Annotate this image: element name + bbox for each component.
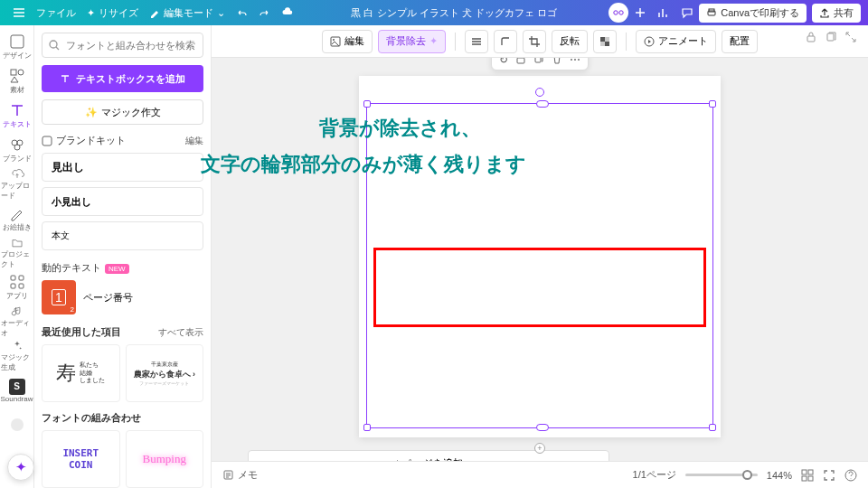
ctx-lines-button[interactable]	[465, 30, 488, 53]
svg-point-6	[18, 70, 24, 75]
add-page-button[interactable]: + ページを追加	[248, 450, 609, 461]
body-button[interactable]: 本文	[42, 221, 203, 250]
dynamic-text-label: 動的テキスト	[42, 262, 101, 273]
ctx-position-button[interactable]: 配置	[722, 30, 758, 53]
svg-rect-16	[42, 136, 52, 145]
svg-point-9	[14, 145, 20, 150]
svg-rect-4	[11, 35, 24, 48]
svg-rect-29	[802, 470, 807, 474]
memo-button[interactable]: メモ	[222, 468, 258, 482]
rail-audio[interactable]: オーディオ	[1, 305, 33, 338]
svg-point-15	[50, 41, 57, 48]
svg-rect-10	[11, 276, 15, 280]
new-badge: NEW	[105, 264, 129, 274]
analytics-button[interactable]	[652, 2, 675, 23]
comment-button[interactable]	[675, 2, 699, 23]
combo-thumb-1[interactable]: INSERT COIN	[42, 430, 120, 488]
edit-mode-label: 編集モード	[164, 6, 213, 20]
brandkit-label: ブランドキット	[56, 134, 126, 147]
combo-thumb-2[interactable]: Bumping	[126, 430, 204, 488]
tool-delete-icon[interactable]	[552, 58, 562, 66]
ctx-flip-button[interactable]: 反転	[552, 30, 588, 53]
svg-point-0	[614, 11, 618, 14]
page-counter[interactable]: 1/1ページ	[633, 468, 676, 482]
page-copy-icon[interactable]	[825, 31, 837, 43]
tool-more-icon[interactable]: ⋯	[570, 58, 580, 66]
search-input[interactable]	[42, 33, 203, 58]
fullscreen-button[interactable]	[823, 469, 835, 482]
share-button[interactable]: 共有	[812, 4, 861, 23]
zoom-value[interactable]: 144%	[767, 470, 792, 481]
svg-rect-22	[600, 42, 605, 46]
add-textbox-button[interactable]: テキストボックスを追加	[42, 65, 203, 92]
ctx-transparency-button[interactable]	[593, 30, 617, 53]
file-menu[interactable]: ファイル	[31, 2, 81, 23]
canva-assistant-button[interactable]	[609, 3, 628, 23]
page-number-label: ページ番号	[83, 291, 133, 305]
add-below-button[interactable]: +	[534, 443, 545, 454]
edit-mode-menu[interactable]: 編集モード⌄	[144, 2, 231, 23]
search-icon	[48, 39, 61, 52]
ctx-corner-button[interactable]	[494, 30, 517, 53]
page-number-thumb: 12	[42, 280, 76, 314]
document-title[interactable]: 黒 白 シンプル イラスト 犬 ドッグカフェ ロゴ	[351, 6, 556, 20]
rail-upload[interactable]: アップロード	[1, 168, 33, 201]
undo-button[interactable]	[231, 2, 253, 23]
rail-elements[interactable]: 素材	[1, 65, 33, 98]
svg-rect-24	[807, 36, 815, 42]
svg-rect-21	[605, 37, 609, 42]
svg-point-1	[619, 11, 623, 14]
heading-button[interactable]: 見出し	[42, 153, 203, 182]
svg-point-18	[333, 39, 335, 41]
grid-view-button[interactable]	[801, 469, 814, 482]
cloud-sync-icon	[276, 2, 299, 23]
print-button[interactable]: Canvaで印刷する	[699, 4, 807, 23]
svg-rect-20	[605, 42, 609, 46]
help-button[interactable]	[844, 469, 857, 482]
plus-button[interactable]	[628, 2, 652, 23]
page-number-item[interactable]: 12 ページ番号	[42, 280, 203, 314]
svg-point-14	[11, 418, 24, 431]
rail-more[interactable]	[1, 408, 33, 441]
rail-text[interactable]: テキスト	[1, 99, 33, 132]
canvas-page[interactable]: ↻ ⋯ +	[359, 76, 721, 437]
rail-apps[interactable]: アプリ	[1, 271, 33, 304]
rail-design[interactable]: デザイン	[1, 31, 33, 63]
share-label: 共有	[834, 6, 854, 20]
ctx-bg-remove-button[interactable]: 背景除去✦	[378, 30, 446, 53]
resize-menu[interactable]: ✦リサイズ	[81, 2, 144, 23]
tool-lock-icon[interactable]	[515, 58, 526, 66]
svg-rect-5	[11, 70, 16, 75]
svg-rect-32	[808, 476, 813, 481]
resize-label: リサイズ	[99, 6, 138, 20]
ctx-crop-button[interactable]	[523, 30, 546, 53]
subheading-button[interactable]: 小見出し	[42, 187, 203, 216]
rail-brand[interactable]: ブランド	[1, 134, 33, 166]
tool-copy-icon[interactable]	[533, 58, 544, 66]
svg-rect-30	[808, 470, 813, 474]
ctx-animate-button[interactable]: アニメート	[636, 30, 716, 53]
rail-soundraw[interactable]: SSoundraw	[1, 374, 33, 407]
annotation-red-box	[373, 248, 706, 327]
svg-rect-19	[600, 37, 605, 42]
show-all-link[interactable]: すべて表示	[158, 326, 203, 339]
magic-write-button[interactable]: ✨マジック作文	[42, 99, 203, 125]
rail-draw[interactable]: お絵描き	[1, 202, 33, 235]
rail-magic[interactable]: マジック生成	[1, 340, 33, 372]
recent-thumb-1[interactable]: 寿私たち 結婚 しました	[42, 344, 120, 402]
rail-projects[interactable]: プロジェクト	[1, 237, 33, 269]
menu-button[interactable]	[7, 2, 31, 23]
recent-thumb-2[interactable]: 千葉東京産農家から食卓へ ›ファーマーズマーケット	[126, 344, 204, 402]
svg-rect-27	[535, 58, 541, 62]
page-expand-icon[interactable]	[844, 31, 857, 43]
tool-sync-icon[interactable]: ↻	[499, 58, 508, 66]
brandkit-edit-link[interactable]: 編集	[185, 135, 203, 147]
ctx-edit-button[interactable]: 編集	[322, 30, 373, 53]
svg-rect-12	[11, 284, 15, 288]
redo-button[interactable]	[253, 2, 276, 23]
rotate-handle[interactable]	[535, 88, 544, 97]
page-lock-icon[interactable]	[805, 31, 817, 43]
zoom-slider[interactable]	[685, 474, 758, 476]
font-combo-label: フォントの組み合わせ	[42, 411, 141, 425]
assistant-fab[interactable]: ✦	[7, 454, 34, 481]
